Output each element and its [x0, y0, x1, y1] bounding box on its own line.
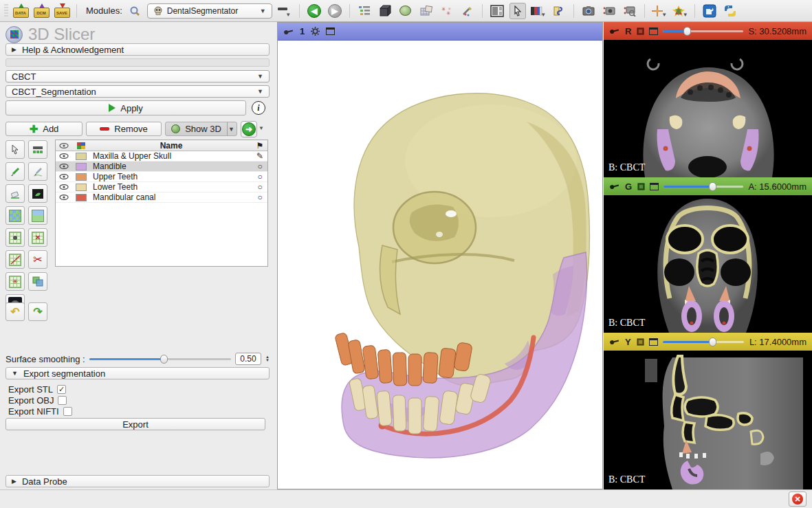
table-row[interactable]: Mandible ○: [56, 162, 267, 172]
tool-threshold[interactable]: [28, 140, 47, 159]
tool-erase[interactable]: [6, 184, 25, 203]
yellow-slice-image[interactable]: B: CBCT: [604, 351, 812, 489]
slice-offset-slider[interactable]: [663, 26, 743, 36]
slice-intersections-icon[interactable]: ▼: [672, 3, 688, 19]
save-scene-icon[interactable]: SAVE: [54, 3, 70, 19]
gear-icon[interactable]: [310, 26, 320, 36]
segment-editor-wand-icon[interactable]: [459, 3, 476, 19]
tool-islands[interactable]: ✳: [6, 272, 25, 291]
subject-hierarchy-icon[interactable]: [356, 3, 373, 19]
undo-button[interactable]: ↶: [6, 302, 25, 321]
table-row[interactable]: Mandibular canal ○: [56, 192, 267, 203]
table-row[interactable]: Lower Teeth ○: [56, 182, 267, 192]
info-button[interactable]: i: [252, 101, 265, 115]
pin-icon[interactable]: [609, 338, 620, 346]
volume-rendering-icon[interactable]: [397, 3, 414, 19]
crosshair-icon[interactable]: ▼: [651, 3, 668, 19]
slice-visibility-icon[interactable]: [637, 182, 645, 190]
pin-icon[interactable]: [609, 182, 620, 190]
export-button[interactable]: Export: [6, 418, 265, 430]
layout-selector-icon[interactable]: [489, 3, 505, 19]
maximize-view-icon[interactable]: [649, 27, 658, 35]
green-slice-view[interactable]: G A: 15.6000mm: [604, 177, 812, 333]
window-level-icon[interactable]: ▼: [530, 3, 547, 19]
segmentation-selector[interactable]: CBCT_Segmentation▼: [6, 85, 270, 98]
redo-button[interactable]: ↷: [28, 302, 47, 321]
module-selector[interactable]: DentalSegmentator ▼: [147, 3, 272, 19]
tool-margin[interactable]: [6, 228, 25, 247]
maximize-view-icon[interactable]: [650, 183, 659, 190]
add-segment-button[interactable]: ✚Add: [6, 122, 83, 136]
tool-draw[interactable]: [28, 162, 47, 181]
tool-level-tracing[interactable]: [28, 184, 47, 203]
segment-status-icon[interactable]: ✎: [256, 151, 263, 161]
spinbox-arrows[interactable]: ▲▼: [265, 355, 270, 362]
slice-offset-slider[interactable]: [663, 337, 744, 346]
yellow-slice-view[interactable]: Y L: 17.4000mm: [604, 333, 812, 489]
tool-fill-between-slices[interactable]: [28, 206, 47, 225]
markups-icon[interactable]: ✳✳✳: [439, 3, 455, 19]
transforms-icon[interactable]: [418, 3, 435, 19]
threeD-render-area[interactable]: [278, 41, 602, 489]
help-acknowledgement-section[interactable]: ▶ Help & Acknowledgement: [6, 43, 270, 56]
tool-paint[interactable]: [6, 162, 25, 181]
scene-view-icon[interactable]: [601, 3, 617, 19]
segment-color-swatch[interactable]: [76, 153, 87, 160]
table-row[interactable]: Upper Teeth ○: [56, 172, 267, 182]
export-stl-checkbox[interactable]: [57, 385, 66, 394]
maximize-view-icon[interactable]: [649, 338, 658, 346]
slice-offset-slider[interactable]: [663, 181, 743, 191]
table-row[interactable]: Maxilla & Upper Skull ✎: [56, 151, 267, 162]
pin-icon[interactable]: [609, 27, 620, 35]
forward-icon[interactable]: ▶: [327, 3, 343, 19]
segment-status-icon[interactable]: ○: [257, 172, 262, 181]
segment-status-icon[interactable]: ○: [257, 162, 262, 171]
next-module-button[interactable]: ➜: [241, 121, 257, 137]
tool-none[interactable]: [6, 140, 25, 159]
screenshot-icon[interactable]: [580, 3, 597, 19]
red-slice-image[interactable]: B: CBCT: [604, 40, 812, 177]
volume-selector[interactable]: CBCT▼: [6, 70, 270, 82]
error-log-button[interactable]: ✕: [789, 492, 806, 507]
segment-color-swatch[interactable]: [76, 163, 87, 170]
visibility-eye-icon[interactable]: [56, 174, 72, 179]
surface-smoothing-value[interactable]: 0.50: [235, 353, 261, 365]
tool-logical-operators[interactable]: [28, 272, 47, 291]
visibility-eye-icon[interactable]: [56, 164, 72, 169]
segment-status-icon[interactable]: ○: [257, 182, 262, 192]
export-segmentation-section[interactable]: ▼ Export segmentation: [6, 367, 270, 379]
surface-smoothing-slider[interactable]: [89, 354, 231, 364]
red-slice-view[interactable]: R S: 30.5208mm B: CBCT: [604, 22, 812, 177]
green-slice-image[interactable]: B: CBCT: [604, 195, 812, 333]
threeD-view[interactable]: 1: [277, 22, 603, 489]
remove-segment-button[interactable]: Remove: [86, 122, 162, 136]
data-probe-section[interactable]: ▶ Data Probe: [6, 475, 270, 487]
crop-volume-icon[interactable]: [551, 3, 567, 19]
load-data-icon[interactable]: DATA: [12, 3, 29, 19]
visibility-eye-icon[interactable]: [56, 195, 72, 200]
module-search-icon[interactable]: [127, 3, 143, 19]
tool-scissors[interactable]: ✂: [28, 250, 47, 269]
segment-color-swatch[interactable]: [76, 184, 87, 191]
export-obj-checkbox[interactable]: [58, 396, 67, 405]
segment-color-swatch[interactable]: [76, 173, 87, 181]
slice-visibility-icon[interactable]: [636, 338, 644, 346]
export-nifti-checkbox[interactable]: [63, 407, 72, 416]
module-history-icon[interactable]: ▼: [276, 3, 293, 19]
tool-grow-from-seeds[interactable]: [6, 206, 25, 225]
scene-view-restore-icon[interactable]: [622, 3, 638, 19]
apply-button[interactable]: Apply: [6, 100, 246, 115]
next-module-dropdown[interactable]: ▼: [259, 125, 264, 131]
maximize-view-icon[interactable]: [326, 27, 335, 35]
extensions-manager-icon[interactable]: [701, 3, 718, 19]
tool-hollow[interactable]: ✕: [28, 228, 47, 247]
python-console-icon[interactable]: [722, 3, 738, 19]
tool-smoothing[interactable]: [6, 250, 25, 269]
load-dicom-icon[interactable]: DCM: [33, 3, 50, 19]
slice-visibility-icon[interactable]: [636, 27, 644, 35]
segment-status-icon[interactable]: ○: [257, 192, 262, 202]
visibility-eye-icon[interactable]: [56, 153, 72, 159]
mouse-pointer-icon[interactable]: [509, 3, 526, 19]
visibility-eye-icon[interactable]: [56, 184, 72, 190]
segment-color-swatch[interactable]: [76, 194, 87, 201]
